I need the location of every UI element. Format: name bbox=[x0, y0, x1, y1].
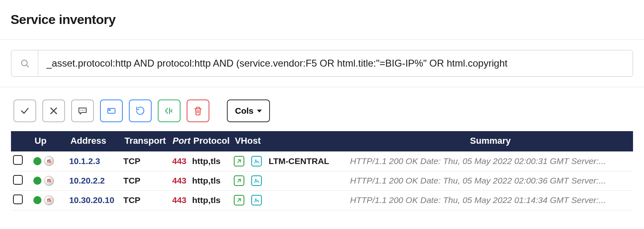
table-container: Up Address Transport Port Protocol VHost… bbox=[0, 131, 644, 210]
search-icon bbox=[11, 50, 38, 76]
vendor-logo-icon: f5 bbox=[44, 156, 54, 166]
vendor-logo-icon: f5 bbox=[44, 176, 54, 186]
transport-value: TCP bbox=[123, 195, 140, 205]
col-header-vhost[interactable]: VHost bbox=[232, 131, 348, 151]
svg-point-6 bbox=[84, 110, 85, 111]
open-link-icon[interactable] bbox=[234, 156, 244, 166]
transport-value: TCP bbox=[123, 176, 140, 185]
status-dot-icon bbox=[33, 196, 41, 204]
col-header-protocol[interactable]: Protocol bbox=[190, 131, 232, 151]
summary-value: HTTP/1.1 200 OK Date: Thu, 05 May 2022 0… bbox=[350, 156, 606, 166]
address-link[interactable]: 10.20.2.2 bbox=[69, 176, 105, 185]
rescan-button[interactable] bbox=[129, 99, 152, 122]
col-header-transport[interactable]: Transport bbox=[121, 131, 169, 151]
summary-value: HTTP/1.1 200 OK Date: Thu, 05 May 2022 0… bbox=[350, 176, 606, 185]
svg-line-1 bbox=[26, 65, 28, 67]
merge-button[interactable] bbox=[158, 99, 181, 122]
vendor-logo-icon: f5 bbox=[44, 195, 54, 205]
columns-button-label: Cols bbox=[235, 106, 254, 116]
delete-button[interactable] bbox=[187, 99, 209, 122]
svg-point-17 bbox=[255, 199, 256, 200]
svg-rect-8 bbox=[109, 109, 111, 111]
protocol-value: http,tls bbox=[192, 156, 221, 166]
row-checkbox[interactable] bbox=[13, 155, 23, 165]
search-bar bbox=[11, 50, 633, 77]
open-link-icon[interactable] bbox=[234, 175, 244, 186]
table-row: f510.20.2.2TCP443http,tlsHTTP/1.1 200 OK… bbox=[11, 171, 633, 190]
svg-point-4 bbox=[80, 110, 81, 111]
col-header-summary[interactable]: Summary bbox=[348, 131, 633, 151]
table-row: f510.1.2.3TCP443http,tlsLTM-CENTRALHTTP/… bbox=[11, 151, 633, 171]
svg-line-14 bbox=[237, 179, 240, 182]
svg-line-16 bbox=[237, 199, 240, 202]
svg-point-13 bbox=[255, 160, 256, 160]
columns-button[interactable]: Cols bbox=[227, 99, 270, 122]
screenshot-icon[interactable] bbox=[251, 156, 262, 166]
open-link-icon[interactable] bbox=[234, 195, 244, 205]
address-link[interactable]: 10.30.20.10 bbox=[69, 195, 114, 205]
approve-button[interactable] bbox=[13, 99, 36, 122]
table-row: f510.30.20.10TCP443http,tlsHTTP/1.1 200 … bbox=[11, 190, 633, 210]
transport-value: TCP bbox=[123, 156, 140, 166]
page-title: Service inventory bbox=[0, 0, 644, 39]
results-table: Up Address Transport Port Protocol VHost… bbox=[11, 131, 633, 210]
status-dot-icon bbox=[33, 157, 41, 165]
port-value: 443 bbox=[171, 195, 188, 205]
svg-point-5 bbox=[82, 110, 83, 111]
svg-line-12 bbox=[237, 160, 240, 162]
screenshot-icon[interactable] bbox=[251, 195, 262, 205]
svg-point-15 bbox=[255, 179, 256, 180]
protocol-value: http,tls bbox=[192, 176, 221, 185]
caret-down-icon bbox=[257, 110, 262, 112]
toolbar: Cols bbox=[0, 87, 644, 131]
vhost-value: LTM-CENTRAL bbox=[269, 156, 329, 166]
col-header-address[interactable]: Address bbox=[67, 131, 121, 151]
status-dot-icon bbox=[33, 177, 41, 185]
protocol-value: http,tls bbox=[192, 195, 221, 205]
tag-button[interactable] bbox=[100, 99, 123, 122]
address-link[interactable]: 10.1.2.3 bbox=[69, 156, 100, 166]
port-value: 443 bbox=[171, 156, 188, 166]
search-bar-container bbox=[0, 39, 644, 87]
col-header-up[interactable]: Up bbox=[31, 131, 67, 151]
col-header-port[interactable]: Port bbox=[169, 131, 190, 151]
port-value: 443 bbox=[171, 176, 188, 186]
col-header-checkbox bbox=[11, 131, 31, 151]
row-checkbox[interactable] bbox=[13, 194, 23, 204]
row-checkbox[interactable] bbox=[13, 175, 23, 185]
search-input[interactable] bbox=[38, 50, 633, 76]
screenshot-icon[interactable] bbox=[251, 175, 262, 186]
comment-button[interactable] bbox=[71, 99, 94, 122]
reject-button[interactable] bbox=[42, 99, 65, 122]
summary-value: HTTP/1.1 200 OK Date: Thu, 05 May 2022 0… bbox=[350, 195, 606, 205]
